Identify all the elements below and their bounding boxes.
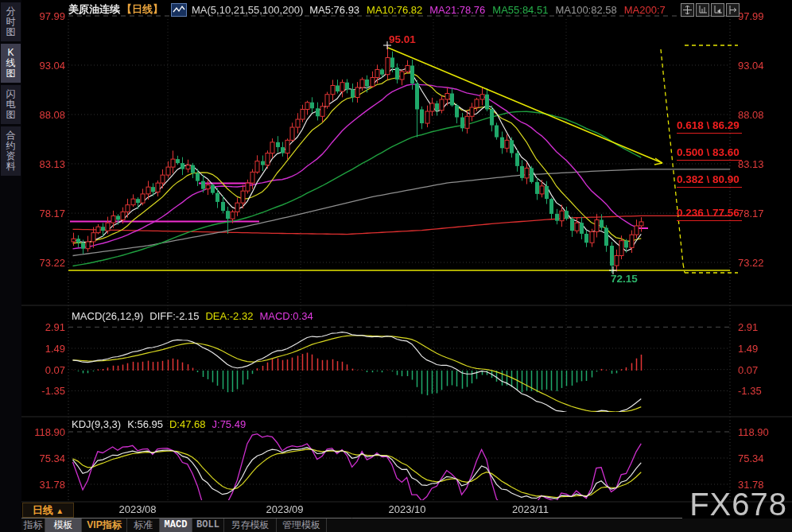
sidebar-item-3[interactable]: 合约资料: [1, 126, 21, 176]
x-axis-label-1: 2023/09: [261, 503, 309, 515]
chart-header: 美原油连续 【日线】 MA(5,10,21,55,100,200) MA5:76…: [68, 2, 673, 17]
macd-value-1: DEA:-2.32: [205, 310, 253, 322]
price-chart-canvas[interactable]: [0, 0, 792, 532]
tab-BOLL[interactable]: BOLL: [192, 518, 224, 532]
tab-另存模板[interactable]: 另存模板: [224, 518, 277, 532]
ma-settings-label: MA(5,10,21,55,100,200): [192, 4, 303, 16]
sidebar-item-2[interactable]: 闪电图: [1, 85, 21, 124]
ma-value-2: MA21:78.76: [429, 4, 485, 16]
x-axis-label-2: 2023/10: [383, 503, 431, 515]
chart-type-icon[interactable]: [171, 3, 187, 17]
tab-模板[interactable]: 模板: [45, 518, 82, 532]
sidebar-item-1[interactable]: K线图: [1, 44, 21, 83]
ma-value-3: MA55:84.51: [492, 4, 548, 16]
x-axis-label-3: 2023/11: [507, 503, 554, 515]
price-tick-right: 97.99: [738, 10, 764, 22]
tab-指标[interactable]: 指标: [21, 518, 45, 532]
fib-level-label-1: 0.500 \ 83.60: [677, 146, 742, 161]
tab-VIP指标[interactable]: VIP指标: [82, 518, 127, 532]
ma-value-4: MA100:82.58: [555, 4, 616, 16]
macd-value-0: DIFF:-2.15: [149, 310, 199, 322]
ma-value-5: MA200:7: [624, 4, 666, 16]
pan-icon[interactable]: [681, 3, 694, 17]
sidebar-item-0[interactable]: 分时图: [1, 2, 21, 41]
ma-value-0: MA5:76.93: [309, 4, 359, 16]
kdj-title: KDJ(9,3,3): [72, 418, 121, 430]
low-price-label: 72.15: [611, 273, 638, 285]
left-sidebar: 分时图K线图闪电图合约资料: [0, 0, 21, 532]
panel-expand-icon[interactable]: [726, 3, 740, 17]
kdj-value-0: K:56.95: [127, 418, 163, 430]
price-tick-right: 93.04: [738, 60, 764, 72]
kdj-pane-header: KDJ(9,3,3)K:56.95D:47.68J:75.49: [72, 418, 258, 430]
peak-price-label: 95.01: [389, 33, 416, 45]
period-up-arrow-icon: ▲: [56, 507, 64, 515]
bottom-tabbar: 指标模板VIP指标标准MACDBOLL另存模板管理模板: [21, 518, 792, 532]
kdj-tick-right: 118.90: [738, 426, 769, 438]
macd-value-2: MACD:0.34: [259, 310, 313, 322]
kdj-value-2: J:75.49: [212, 418, 247, 430]
sidebar-item-char: 图: [1, 110, 21, 120]
ma-value-1: MA10:76.82: [367, 4, 422, 16]
x-axis-label-0: 2023/08: [114, 503, 161, 515]
price-tick-right: 88.08: [738, 109, 764, 121]
period-selector-label: 日线: [33, 504, 53, 516]
tab-标准[interactable]: 标准: [127, 518, 160, 532]
macd-pane-header: MACD(26,12,9)DIFF:-2.15DEA:-2.32MACD:0.3…: [72, 310, 326, 322]
watermark: FX678: [689, 487, 787, 522]
kdj-value-1: D:47.68: [169, 418, 206, 430]
fib-level-label-0: 0.618 \ 86.29: [677, 119, 742, 134]
axis-scale-icon[interactable]: [696, 3, 709, 17]
kdj-tick-right: 75.34: [738, 452, 764, 464]
symbol-name: 美原油连续: [68, 2, 120, 17]
period-selector[interactable]: 日线 ▲: [22, 503, 74, 518]
period-tag: 【日线】: [122, 2, 163, 17]
macd-title: MACD(26,12,9): [72, 310, 143, 322]
axis-indicator-icon[interactable]: [711, 3, 724, 17]
fib-level-label-3: 0.236 \ 77.56: [677, 207, 742, 221]
fib-level-label-2: 0.382 \ 80.90: [677, 173, 742, 188]
macd-tick-right: -1.35: [738, 385, 762, 397]
sidebar-item-char: 图: [1, 68, 21, 79]
ma-values: MA5:76.93MA10:76.82MA21:78.76MA55:84.51M…: [309, 4, 673, 16]
sidebar-item-char: 料: [1, 161, 21, 172]
price-tick-right: 83.13: [738, 158, 764, 170]
top-toolbar: [681, 3, 740, 17]
macd-tick-right: 0.07: [738, 364, 758, 376]
price-tick-right: 73.22: [738, 257, 764, 269]
sidebar-item-char: 图: [1, 27, 21, 37]
price-tick-right: 78.17: [738, 208, 764, 219]
macd-tick-right: 2.91: [738, 321, 758, 333]
tab-管理模板[interactable]: 管理模板: [277, 518, 327, 532]
tab-MACD[interactable]: MACD: [160, 518, 192, 532]
macd-tick-right: 1.49: [738, 343, 758, 355]
